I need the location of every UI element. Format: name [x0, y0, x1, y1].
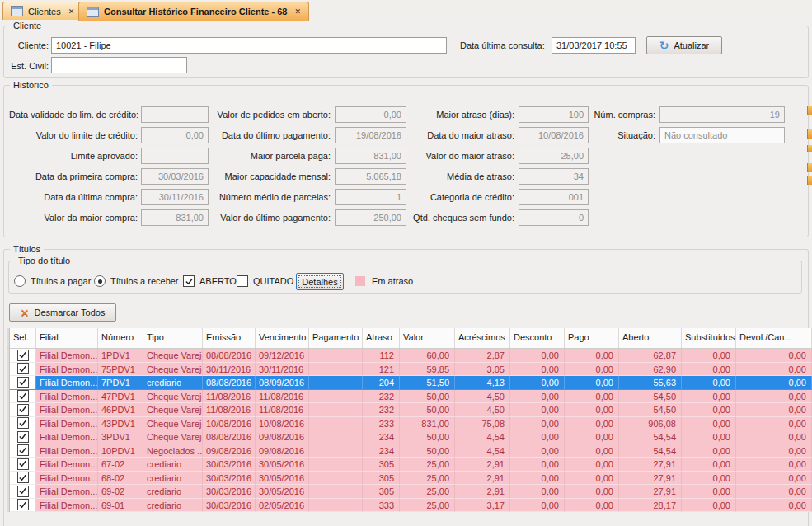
data-ultima-consulta-field[interactable]: 31/03/2017 10:55	[552, 37, 636, 54]
radio-titulos-a-pagar[interactable]: Títulos a pagar	[14, 275, 91, 287]
cell-numero: 68-02	[98, 472, 143, 486]
situacao-label: Situação:	[507, 127, 655, 143]
radio-titulos-a-receber[interactable]: Títulos a receber	[94, 275, 179, 287]
table-row[interactable]: Filial Demon...1PDV1Cheque Varejo08/08/2…	[7, 349, 812, 363]
refresh-icon: ↻	[659, 40, 669, 51]
categoria-credito-field[interactable]: 001	[519, 189, 589, 205]
data-primeira-compra-label: Data da primeira compra:	[9, 168, 138, 185]
cell-sel	[10, 430, 36, 444]
row-checkbox[interactable]	[17, 390, 29, 402]
cell-acrescimos: 4,50	[455, 403, 510, 417]
est-civil-field[interactable]	[51, 57, 187, 73]
column-header-substituidos[interactable]: Substituídos	[682, 328, 736, 348]
cell-numero: 46PDV1	[98, 403, 143, 417]
cell-tipo: Cheque Varejo	[143, 390, 203, 404]
row-checkbox[interactable]	[17, 363, 29, 374]
cell-tipo: Cheque Varejo	[143, 363, 203, 377]
cell-desconto: 0,00	[510, 417, 565, 431]
cell-tipo: Cheque Varejo	[143, 403, 203, 417]
cell-numero: 1PDV1	[98, 349, 143, 363]
table-row[interactable]: Filial Demon...46PDV1Cheque Varejo11/08/…	[7, 403, 812, 417]
column-header-filial[interactable]: Filial	[36, 328, 98, 348]
row-checkbox[interactable]	[17, 458, 29, 470]
cell-emissao: 08/08/2016	[203, 376, 256, 390]
table-row[interactable]: Filial Demon...10PDV1Negociados ...09/08…	[7, 444, 812, 458]
table-row[interactable]: Filial Demon...47PDV1Cheque Varejo11/08/…	[7, 390, 812, 404]
checkbox-label: QUITADO	[253, 276, 293, 286]
row-checkbox[interactable]	[17, 377, 29, 388]
cell-sel	[10, 499, 36, 513]
cell-pago: 0,00	[565, 376, 619, 390]
atualizar-button[interactable]: ↻ Atualizar	[646, 36, 722, 54]
table-row[interactable]: Filial Demon...43PDV1Cheque Varejo10/08/…	[7, 417, 812, 431]
clipped-edge-icon	[807, 163, 812, 172]
column-header-desconto[interactable]: Desconto	[510, 328, 565, 348]
cell-aberto: 54,50	[619, 403, 682, 417]
column-header-sel[interactable]: Sel.	[10, 328, 36, 348]
column-header-pago[interactable]: Pago	[565, 328, 619, 348]
column-header-aberto[interactable]: Aberto	[619, 328, 682, 348]
cell-valor: 51,50	[400, 376, 455, 390]
column-header-pagamento[interactable]: Pagamento	[309, 328, 363, 348]
data-maior-atraso-label: Data do maior atraso:	[354, 127, 514, 143]
data-ultima-compra-label: Data da última compra:	[9, 189, 138, 205]
table-row[interactable]: Filial Demon...3PDV1Cheque Varejo08/08/2…	[7, 430, 812, 444]
table-row[interactable]: Filial Demon...69-01crediario30/03/20160…	[7, 499, 812, 513]
column-header-devol_can[interactable]: Devol./Can...	[736, 328, 812, 348]
cell-pagamento	[309, 376, 363, 390]
row-checkbox[interactable]	[17, 486, 29, 497]
valor-maior-atraso-field[interactable]: 25,00	[519, 148, 589, 164]
maior-atraso-dias-label: Maior atraso (dias):	[354, 106, 514, 123]
cell-devol_can: 0,00	[736, 458, 812, 472]
row-checkbox[interactable]	[17, 350, 29, 361]
situacao-field[interactable]: Não consultado	[659, 127, 785, 143]
row-checkbox[interactable]	[17, 472, 29, 483]
row-checkbox[interactable]	[17, 431, 29, 443]
column-header-tipo[interactable]: Tipo	[143, 328, 203, 348]
cell-pagamento	[309, 444, 363, 458]
close-icon[interactable]: ✕	[295, 7, 302, 16]
cell-aberto: 28,17	[619, 499, 682, 513]
cell-substituidos: 0,00	[682, 472, 736, 486]
column-header-emissao[interactable]: Emissão	[203, 328, 256, 348]
column-header-atraso[interactable]: Atraso	[363, 328, 400, 348]
detalhes-button[interactable]: Detalhes	[296, 273, 344, 290]
tab-consultar-historico[interactable]: Consultar Histórico Financeiro Cliente -…	[78, 2, 309, 21]
cell-emissao: 30/03/2016	[203, 472, 256, 486]
cell-atraso: 233	[363, 417, 400, 431]
column-header-valor[interactable]: Valor	[400, 328, 455, 348]
row-checkbox[interactable]	[17, 499, 29, 510]
close-icon[interactable]: ✕	[68, 7, 75, 16]
num-compras-field[interactable]: 19	[659, 106, 785, 123]
row-checkbox[interactable]	[17, 404, 29, 416]
cell-substituidos: 0,00	[682, 363, 736, 377]
cliente-field[interactable]: 10021 - Filipe	[51, 37, 447, 54]
cell-valor: 25,00	[400, 458, 455, 472]
column-header-acrescimos[interactable]: Acréscimos	[455, 328, 510, 348]
checkbox-aberto[interactable]: ABERTO	[183, 275, 237, 287]
clipped-edge-icon	[807, 145, 812, 152]
table-row[interactable]: Filial Demon...75PDV1Cheque Varejo30/11/…	[7, 363, 812, 377]
table-row[interactable]: Filial Demon...68-02crediario30/03/20163…	[7, 472, 812, 486]
cell-pagamento	[309, 472, 363, 486]
row-checkbox[interactable]	[17, 417, 29, 429]
est-civil-label: Est. Civil:	[9, 58, 49, 74]
media-atraso-field[interactable]: 34	[519, 168, 589, 185]
cell-numero: 3PDV1	[98, 430, 143, 444]
cell-substituidos: 0,00	[682, 376, 736, 390]
desmarcar-todos-button[interactable]: ✕ Desmarcar Todos	[9, 303, 116, 322]
checkbox-quitado[interactable]: QUITADO	[237, 275, 293, 287]
table-row[interactable]: Filial Demon...7PDV1crediario08/08/20160…	[7, 376, 812, 390]
cell-sel	[10, 417, 36, 431]
tab-clientes[interactable]: Clientes ✕	[2, 2, 82, 20]
column-header-numero[interactable]: Número	[98, 328, 143, 348]
row-checkbox[interactable]	[17, 444, 29, 456]
cell-devol_can: 0,00	[736, 390, 812, 404]
cell-valor: 25,00	[400, 499, 455, 513]
table-row[interactable]: Filial Demon...67-02crediario30/03/20163…	[7, 458, 812, 472]
column-header-vencimento[interactable]: Vencimento	[256, 328, 309, 348]
cell-atraso: 112	[363, 349, 400, 363]
table-row[interactable]: Filial Demon...69-02crediario30/03/20163…	[7, 485, 812, 499]
qtd-cheques-sem-fundo-field[interactable]: 0	[519, 209, 589, 226]
cell-emissao: 08/08/2016	[203, 349, 256, 363]
